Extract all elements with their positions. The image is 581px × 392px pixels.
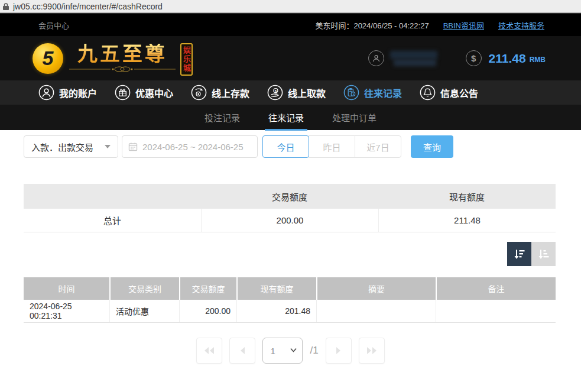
records-table-header: 时间 交易类别 交易额度 现有额度 摘要 备注 [24,277,556,300]
nav-label: 线上存款 [212,86,249,100]
logo-flourish-ornament [69,66,176,73]
logo-title: 九五至尊 [77,44,167,65]
sort-controls [24,242,556,266]
tab-pending-orders[interactable]: 处理中订单 [329,111,380,131]
records-header-amount: 交易额度 [179,277,236,300]
summary-transaction-amount: 200.00 [201,209,378,232]
nav-announcements[interactable]: 信息公告 [420,85,478,101]
site-header: 5 九五至尊 娱乐城 $ 211.48 RMB [0,36,581,80]
pagination: 1 /1 [24,338,557,364]
svg-text:$: $ [275,89,277,93]
summary-header-transaction-amount: 交易额度 [201,184,378,209]
nav-promotions[interactable]: 优惠中心 [115,85,173,101]
nav-label: 往来记录 [364,86,402,100]
summary-header-current-balance: 现有额度 [378,184,556,209]
tab-betting-records[interactable]: 投注记录 [201,111,244,131]
table-row: 2024-06-25 00:21:31 活动优惠 200.00 201.48 [24,300,556,323]
quick-range-last7days[interactable]: 近7日 [355,135,401,158]
first-page-button[interactable] [196,338,222,364]
bbin-news-link[interactable]: BBIN资讯网 [443,20,484,31]
nav-label: 我的账户 [59,86,97,100]
records-icon [343,85,359,101]
user-icon [38,85,54,101]
record-remark [436,300,556,322]
balance-amount: 211.48 [489,51,526,66]
date-range-value: 2024-06-25 ~ 2024-06-25 [142,142,244,152]
sort-ascending-button[interactable] [531,242,556,266]
summary-table: 交易额度 现有额度 总计 200.00 211.48 [24,184,556,232]
lock-icon [2,2,9,11]
record-summary [316,300,436,322]
record-type: 活动优惠 [109,300,179,322]
next-page-icon [335,346,342,355]
deposit-icon [191,85,207,101]
dollar-icon: $ [466,50,482,66]
username-redacted [390,51,437,66]
summary-header-blank [24,184,201,209]
record-balance: 201.48 [236,300,316,322]
secondary-tabs: 投注记录 往来记录 处理中订单 [0,105,581,130]
first-page-icon [203,346,215,355]
transaction-type-value: 入款．出款交易 [31,141,93,153]
chevron-down-icon [105,145,111,148]
withdraw-icon: $ [267,85,283,101]
records-header-balance: 现有额度 [236,277,316,300]
tech-support-link[interactable]: 技术支持服务 [498,20,544,31]
us-eastern-time: 美东时间：2024/06/25 - 04:22:27 [315,20,429,31]
nav-online-deposit[interactable]: 线上存款 [191,85,249,101]
quick-range-yesterday[interactable]: 昨日 [309,135,355,158]
page-select-wrap: 1 [262,338,303,364]
sort-asc-icon [537,248,550,261]
page-select[interactable]: 1 [262,338,303,364]
record-time: 2024-06-25 00:21:31 [24,300,109,322]
prev-page-icon [239,346,246,355]
bell-icon [420,85,436,101]
summary-total-label: 总计 [24,209,201,232]
sort-descending-button[interactable] [507,242,531,266]
nav-transaction-records[interactable]: 往来记录 [343,85,402,101]
filter-toolbar: 入款．出款交易 2024-06-25 ~ 2024-06-25 今日 昨日 近7… [24,135,557,158]
nav-my-account[interactable]: 我的账户 [38,85,97,101]
nav-label: 优惠中心 [135,86,173,100]
balance-currency: RMB [530,56,546,64]
quick-range-group: 今日 昨日 近7日 [262,135,401,158]
gift-icon [115,85,131,101]
prev-page-button[interactable] [229,338,255,364]
summary-current-balance: 211.48 [378,209,556,232]
url-text: jw05.cc:9900/infe/mcenter/#/cashRecord [13,2,163,11]
browser-address-bar[interactable]: jw05.cc:9900/infe/mcenter/#/cashRecord [0,0,581,13]
tab-transaction-records[interactable]: 往来记录 [265,111,307,131]
nav-online-withdrawal[interactable]: $ 线上取款 [267,85,326,101]
next-page-button[interactable] [326,338,352,364]
quick-range-today[interactable]: 今日 [262,135,309,158]
member-center-label: 会员中心 [38,20,69,31]
transaction-type-select[interactable]: 入款．出款交易 [24,135,118,158]
records-header-type: 交易类别 [109,277,179,300]
balance-display: $ 211.48 RMB [466,50,546,66]
nav-label: 信息公告 [440,86,478,100]
logo-badge: 娱乐城 [180,43,193,76]
nav-label: 线上取款 [288,86,326,100]
utility-bar: 会员中心 美东时间：2024/06/25 - 04:22:27 BBIN资讯网 … [0,13,581,36]
logo-95-icon: 5 [33,43,63,74]
records-header-remark: 备注 [436,277,556,300]
search-button[interactable]: 查询 [411,135,453,158]
records-header-time: 时间 [24,277,109,300]
summary-total-row: 总计 200.00 211.48 [24,209,556,232]
sort-desc-icon [513,248,526,261]
last-page-button[interactable] [359,338,385,364]
summary-table-header: 交易额度 现有额度 [24,184,556,209]
record-amount: 200.00 [179,300,236,322]
records-table: 时间 交易类别 交易额度 现有额度 摘要 备注 2024-06-25 00:21… [24,277,556,323]
avatar-icon [368,50,384,66]
main-navigation: 我的账户 优惠中心 线上存款 $ 线上取款 往来记录 信息公告 [0,80,581,105]
calendar-icon [128,142,138,151]
date-range-input[interactable]: 2024-06-25 ~ 2024-06-25 [122,135,258,158]
last-page-icon [366,346,378,355]
records-header-summary: 摘要 [316,277,436,300]
user-info [368,50,437,66]
site-logo[interactable]: 5 九五至尊 娱乐城 [33,41,193,76]
page-total-label: /1 [310,345,318,357]
